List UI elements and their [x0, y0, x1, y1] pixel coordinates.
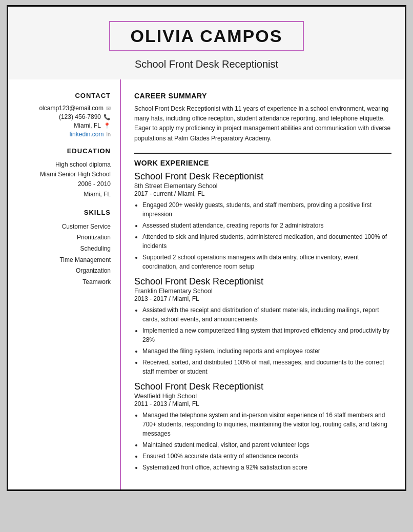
right-column: CAREER SUMMARY School Front Desk Recepti… [121, 79, 405, 489]
job-3-bullets: Managed the telephone system and in-pers… [142, 411, 391, 472]
job-3-bullet-3: Ensured 100% accurate data entry of atte… [142, 452, 391, 461]
job-3-dates: 2011 - 2013 / Miami, FL [134, 400, 391, 407]
job-3-bullet-2: Maintained student medical, visitor, and… [142, 440, 391, 449]
job-subtitle: School Front Desk Receptionist [29, 58, 384, 70]
job-2-bullet-4: Received, sorted, and distributed 100% o… [142, 358, 391, 376]
email-text: olcamp123@email.com [39, 105, 104, 112]
job-1-bullet-4: Supported 2 school operations managers w… [142, 253, 391, 271]
linkedin-link[interactable]: linkedin.com [70, 131, 104, 138]
job-1-bullet-1: Engaged 200+ weekly guests, students, an… [142, 200, 391, 219]
job-1-school: 8th Street Elementary School [134, 182, 391, 190]
job-3-bullet-4: Systematized front office, achieving a 9… [142, 463, 391, 472]
linkedin-icon: in [106, 131, 111, 137]
job-2-dates: 2013 - 2017 / Miami, FL [134, 295, 391, 302]
phone-icon: 📞 [104, 114, 111, 120]
resume: OLIVIA CAMPOS School Front Desk Receptio… [7, 5, 406, 491]
contact-linkedin[interactable]: linkedin.com in [17, 131, 111, 138]
job-1-title: School Front Desk Receptionist [134, 171, 391, 182]
edu-school: Miami Senior High School [17, 170, 111, 179]
contact-email: olcamp123@email.com ✉ [17, 105, 111, 112]
name-box: OLIVIA CAMPOS [109, 21, 304, 51]
job-2: School Front Desk Receptionist Franklin … [134, 276, 391, 376]
contact-title: CONTACT [17, 92, 111, 99]
job-2-school: Franklin Elementary School [134, 288, 391, 295]
job-2-bullet-3: Managed the filing system, including rep… [142, 346, 391, 356]
job-1: School Front Desk Receptionist 8th Stree… [134, 171, 391, 271]
skill-3: Scheduling [17, 243, 111, 255]
work-divider [134, 153, 391, 154]
phone-text: (123) 456-7890 [59, 113, 101, 120]
job-1-dates: 2017 - current / Miami, FL [134, 190, 391, 197]
contact-location: Miami, FL 📍 [17, 122, 111, 129]
left-column: CONTACT olcamp123@email.com ✉ (123) 456-… [8, 79, 121, 489]
skills-list: Customer Service Prioritization Scheduli… [17, 221, 111, 288]
body-section: CONTACT olcamp123@email.com ✉ (123) 456-… [8, 79, 405, 489]
work-title: WORK EXPERIENCE [134, 159, 391, 167]
job-1-bullet-2: Assessed student attendance, creating re… [142, 221, 391, 230]
education-title: EDUCATION [17, 147, 111, 155]
skill-5: Organization [17, 265, 111, 277]
location-icon: 📍 [104, 122, 111, 129]
job-2-bullet-1: Assisted with the receipt and distributi… [142, 305, 391, 324]
job-1-bullet-3: Attended to sick and injured students, a… [142, 232, 391, 251]
skill-1: Customer Service [17, 221, 111, 233]
header-section: OLIVIA CAMPOS School Front Desk Receptio… [8, 7, 405, 79]
job-3-school: Westfield High School [134, 393, 391, 400]
edu-years: 2006 - 2010 [17, 179, 111, 189]
job-2-bullets: Assisted with the receipt and distributi… [142, 305, 391, 376]
contact-phone: (123) 456-7890 📞 [17, 113, 111, 120]
skill-6: Teamwork [17, 277, 111, 288]
skills-title: SKILLS [17, 209, 111, 216]
education-block: High school diploma Miami Senior High Sc… [17, 160, 111, 199]
location-text: Miami, FL [74, 122, 101, 129]
skill-2: Prioritization [17, 232, 111, 243]
job-1-bullets: Engaged 200+ weekly guests, students, an… [142, 200, 391, 271]
job-2-bullet-2: Implemented a new computerized filing sy… [142, 326, 391, 344]
edu-degree: High school diploma [17, 160, 111, 170]
edu-location: Miami, FL [17, 190, 111, 199]
candidate-name: OLIVIA CAMPOS [131, 26, 283, 46]
job-3-bullet-1: Managed the telephone system and in-pers… [142, 411, 391, 438]
job-3: School Front Desk Receptionist Westfield… [134, 381, 391, 472]
summary-title: CAREER SUMMARY [134, 92, 391, 100]
summary-text: School Front Desk Receptionist with 11 y… [134, 104, 391, 144]
email-icon: ✉ [106, 105, 111, 112]
job-2-title: School Front Desk Receptionist [134, 276, 391, 287]
job-3-title: School Front Desk Receptionist [134, 381, 391, 392]
skill-4: Time Management [17, 255, 111, 266]
